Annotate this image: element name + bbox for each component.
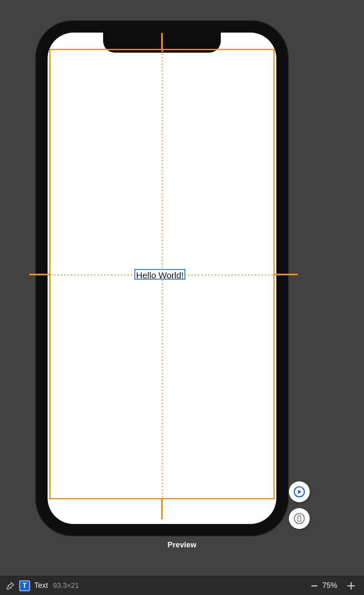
preview-canvas[interactable]: Hello World! Preview [0, 0, 364, 573]
add-button[interactable] [346, 580, 356, 591]
svg-rect-3 [311, 585, 317, 586]
play-icon [293, 486, 306, 498]
selected-text-element[interactable]: Hello World! [134, 269, 185, 280]
svg-point-1 [294, 514, 304, 524]
pin-icon[interactable] [6, 581, 15, 590]
preview-label: Preview [0, 541, 364, 549]
element-type-badge: T [19, 580, 30, 591]
selected-element-name: Text [34, 581, 48, 590]
zoom-out-button[interactable] [309, 580, 320, 591]
device-icon [293, 512, 306, 525]
selected-element-dimensions: 93.3×21 [53, 582, 79, 590]
device-settings-button[interactable] [289, 508, 310, 529]
status-bar: T Text 93.3×21 75% [0, 576, 364, 595]
zoom-value: 75% [322, 581, 337, 590]
svg-rect-5 [347, 585, 355, 586]
device-notch [103, 33, 221, 53]
live-preview-button[interactable] [289, 481, 310, 502]
zoom-control[interactable]: 75% [309, 580, 337, 591]
svg-rect-2 [298, 516, 301, 521]
